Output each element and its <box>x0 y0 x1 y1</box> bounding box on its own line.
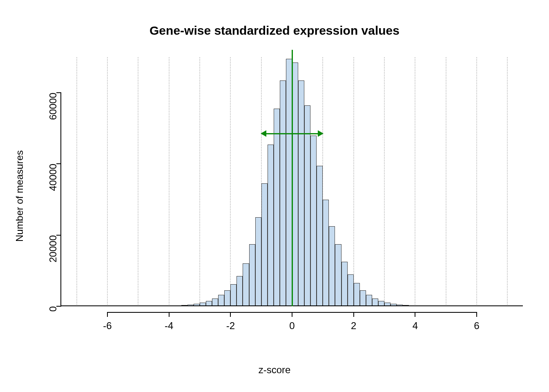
histogram-bar <box>255 217 261 306</box>
histogram-bar <box>243 263 249 306</box>
arrow-head-left-icon <box>261 130 266 137</box>
histogram-bar <box>268 145 274 307</box>
arrow-head-right-icon <box>318 130 324 137</box>
x-tick-label: 4 <box>413 320 418 332</box>
histogram-bar <box>360 290 366 306</box>
histogram-bar <box>218 295 224 306</box>
grid-line <box>446 57 446 306</box>
histogram-bar <box>237 276 243 306</box>
histogram-bar <box>341 262 348 306</box>
x-tick <box>476 312 477 317</box>
x-tick-label: -6 <box>103 320 112 332</box>
grid-line <box>169 57 170 306</box>
histogram-bar <box>230 284 237 306</box>
x-tick <box>292 312 292 317</box>
x-tick-label: -4 <box>165 320 173 332</box>
histogram-bar <box>335 244 341 307</box>
x-tick-label: 2 <box>351 320 356 332</box>
x-axis: -6-4-20246 <box>61 306 523 331</box>
plot-area <box>61 57 523 306</box>
x-tick <box>107 312 108 317</box>
grid-line <box>353 57 354 306</box>
grid-line <box>230 57 231 306</box>
chart-title: Gene-wise standardized expression values <box>0 24 549 38</box>
histogram-bar <box>224 290 230 306</box>
histogram-bar <box>329 226 335 306</box>
histogram-bar <box>298 80 304 306</box>
y-axis: 0200004000060000 <box>25 57 61 306</box>
y-axis-line <box>60 93 61 306</box>
x-tick-label: 0 <box>289 320 295 332</box>
y-tick-label: 20000 <box>47 235 59 263</box>
histogram-bar <box>274 109 280 306</box>
y-tick-label: 40000 <box>47 164 59 191</box>
histogram-bar <box>249 244 255 307</box>
histogram-bar <box>366 295 372 306</box>
histogram-bar <box>261 183 268 306</box>
x-axis-label: z-score <box>0 364 549 376</box>
histogram-bar <box>317 166 323 306</box>
grid-line <box>384 57 385 306</box>
histogram-bar <box>354 283 360 306</box>
grid-line <box>415 57 415 306</box>
y-tick-label: 0 <box>47 306 59 312</box>
grid-line <box>76 57 77 306</box>
histogram-bar <box>323 200 329 306</box>
grid-line <box>476 57 477 306</box>
x-tick <box>415 312 415 317</box>
grid-line <box>507 57 508 306</box>
histogram-bar <box>304 105 310 306</box>
y-axis-label: Number of measures <box>15 0 25 392</box>
histogram-bar <box>280 80 286 306</box>
x-tick <box>353 312 354 317</box>
x-tick-label: -2 <box>226 320 235 332</box>
x-tick <box>230 312 231 317</box>
sd-arrow <box>265 133 320 134</box>
histogram-chart: Gene-wise standardized expression values… <box>0 0 549 392</box>
histogram-bar <box>292 62 298 306</box>
grid-line <box>107 57 108 306</box>
histogram-bar <box>310 136 317 306</box>
grid-line <box>138 57 138 306</box>
mean-line <box>292 50 293 306</box>
y-tick-label: 60000 <box>47 93 59 120</box>
histogram-bar <box>348 274 354 306</box>
x-tick-label: 6 <box>474 320 479 332</box>
grid-line <box>199 57 200 306</box>
x-tick <box>169 312 170 317</box>
